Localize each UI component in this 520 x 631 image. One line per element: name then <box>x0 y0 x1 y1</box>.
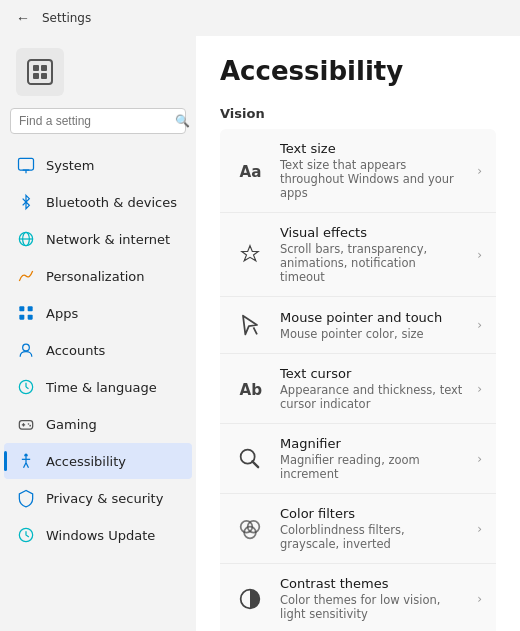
svg-text:Ab: Ab <box>240 380 263 398</box>
sidebar-label-accounts: Accounts <box>46 343 105 358</box>
svg-line-20 <box>26 387 29 389</box>
svg-rect-0 <box>28 60 52 84</box>
contrast-themes-chevron-icon: › <box>477 592 482 606</box>
contrast-themes-text: Contrast themesColor themes for low visi… <box>280 576 463 621</box>
svg-rect-1 <box>33 65 39 71</box>
sidebar-label-accessibility: Accessibility <box>46 454 126 469</box>
sidebar-label-update: Windows Update <box>46 528 155 543</box>
svg-point-24 <box>28 423 30 425</box>
text-cursor-chevron-icon: › <box>477 382 482 396</box>
update-icon <box>16 525 36 545</box>
visual-effects-chevron-icon: › <box>477 248 482 262</box>
section-title-vision: Vision <box>220 106 496 121</box>
sidebar-item-accounts[interactable]: Accounts <box>4 332 192 368</box>
svg-line-36 <box>252 461 258 467</box>
sidebar-label-gaming: Gaming <box>46 417 97 432</box>
sidebar-item-personalization[interactable]: Personalization <box>4 258 192 294</box>
color-filters-desc: Colorblindness filters, grayscale, inver… <box>280 523 463 551</box>
svg-line-30 <box>26 463 29 468</box>
apps-icon <box>16 303 36 323</box>
main-content: 🔍 SystemBluetooth & devicesNetwork & int… <box>0 36 520 631</box>
sidebar-item-network[interactable]: Network & internet <box>4 221 192 257</box>
svg-rect-14 <box>28 306 33 311</box>
network-icon <box>16 229 36 249</box>
bluetooth-icon <box>16 192 36 212</box>
system-icon <box>16 155 36 175</box>
text-cursor-desc: Appearance and thickness, text cursor in… <box>280 383 463 411</box>
visual-effects-name: Visual effects <box>280 225 463 240</box>
title-bar: ← Settings <box>0 0 520 36</box>
magnifier-chevron-icon: › <box>477 452 482 466</box>
mouse-pointer-name: Mouse pointer and touch <box>280 310 463 325</box>
settings-sections: VisionAaText sizeText size that appears … <box>220 106 496 631</box>
gaming-icon <box>16 414 36 434</box>
svg-point-26 <box>24 454 27 457</box>
sidebar-item-system[interactable]: System <box>4 147 192 183</box>
accounts-icon <box>16 340 36 360</box>
sidebar-label-apps: Apps <box>46 306 78 321</box>
title-bar-label: Settings <box>42 11 91 25</box>
svg-line-29 <box>24 463 27 468</box>
sidebar-label-network: Network & internet <box>46 232 170 247</box>
back-button[interactable]: ← <box>12 8 34 28</box>
visual-effects-desc: Scroll bars, transparency, animations, n… <box>280 242 463 284</box>
personalization-icon <box>16 266 36 286</box>
setting-item-visual-effects[interactable]: Visual effectsScroll bars, transparency,… <box>220 213 496 297</box>
sidebar-label-personalization: Personalization <box>46 269 145 284</box>
privacy-icon <box>16 488 36 508</box>
sidebar-label-privacy: Privacy & security <box>46 491 163 506</box>
setting-item-contrast-themes[interactable]: Contrast themesColor themes for low visi… <box>220 564 496 631</box>
sidebar-label-time: Time & language <box>46 380 157 395</box>
accessibility-icon <box>16 451 36 471</box>
svg-rect-4 <box>41 73 47 79</box>
sidebar-item-apps[interactable]: Apps <box>4 295 192 331</box>
text-cursor-text: Text cursorAppearance and thickness, tex… <box>280 366 463 411</box>
text-size-name: Text size <box>280 141 463 156</box>
svg-point-25 <box>29 425 31 427</box>
mouse-pointer-icon <box>234 309 266 341</box>
setting-item-text-cursor[interactable]: AbText cursorAppearance and thickness, t… <box>220 354 496 424</box>
magnifier-text: MagnifierMagnifier reading, zoom increme… <box>280 436 463 481</box>
main-panel: Accessibility VisionAaText sizeText size… <box>196 36 520 631</box>
sidebar-label-system: System <box>46 158 94 173</box>
svg-rect-5 <box>19 158 34 170</box>
sidebar-label-bluetooth: Bluetooth & devices <box>46 195 177 210</box>
sidebar: 🔍 SystemBluetooth & devicesNetwork & int… <box>0 36 196 631</box>
time-icon <box>16 377 36 397</box>
svg-rect-13 <box>19 306 24 311</box>
mouse-pointer-text: Mouse pointer and touchMouse pointer col… <box>280 310 463 341</box>
svg-rect-21 <box>19 421 32 429</box>
setting-item-color-filters[interactable]: Color filtersColorblindness filters, gra… <box>220 494 496 564</box>
magnifier-desc: Magnifier reading, zoom increment <box>280 453 463 481</box>
svg-point-17 <box>23 344 30 351</box>
sidebar-item-bluetooth[interactable]: Bluetooth & devices <box>4 184 192 220</box>
app-logo <box>16 48 64 96</box>
sidebar-item-privacy[interactable]: Privacy & security <box>4 480 192 516</box>
sidebar-item-gaming[interactable]: Gaming <box>4 406 192 442</box>
text-size-text: Text sizeText size that appears througho… <box>280 141 463 200</box>
text-size-desc: Text size that appears throughout Window… <box>280 158 463 200</box>
visual-effects-text: Visual effectsScroll bars, transparency,… <box>280 225 463 284</box>
page-title: Accessibility <box>220 56 496 86</box>
sidebar-item-time[interactable]: Time & language <box>4 369 192 405</box>
settings-list-vision: AaText sizeText size that appears throug… <box>220 129 496 631</box>
setting-item-mouse-pointer[interactable]: Mouse pointer and touchMouse pointer col… <box>220 297 496 354</box>
sidebar-nav: SystemBluetooth & devicesNetwork & inter… <box>0 146 196 554</box>
search-icon: 🔍 <box>175 114 190 128</box>
setting-item-magnifier[interactable]: MagnifierMagnifier reading, zoom increme… <box>220 424 496 494</box>
svg-rect-2 <box>41 65 47 71</box>
svg-text:Aa: Aa <box>240 162 262 180</box>
svg-rect-15 <box>19 315 24 320</box>
color-filters-name: Color filters <box>280 506 463 521</box>
sidebar-item-update[interactable]: Windows Update <box>4 517 192 553</box>
sidebar-item-accessibility[interactable]: Accessibility <box>4 443 192 479</box>
magnifier-icon <box>234 443 266 475</box>
setting-item-text-size[interactable]: AaText sizeText size that appears throug… <box>220 129 496 213</box>
contrast-themes-name: Contrast themes <box>280 576 463 591</box>
visual-effects-icon <box>234 239 266 271</box>
contrast-themes-icon <box>234 583 266 615</box>
search-input[interactable] <box>19 114 169 128</box>
text-cursor-icon: Ab <box>234 373 266 405</box>
color-filters-icon <box>234 513 266 545</box>
search-box[interactable]: 🔍 <box>10 108 186 134</box>
